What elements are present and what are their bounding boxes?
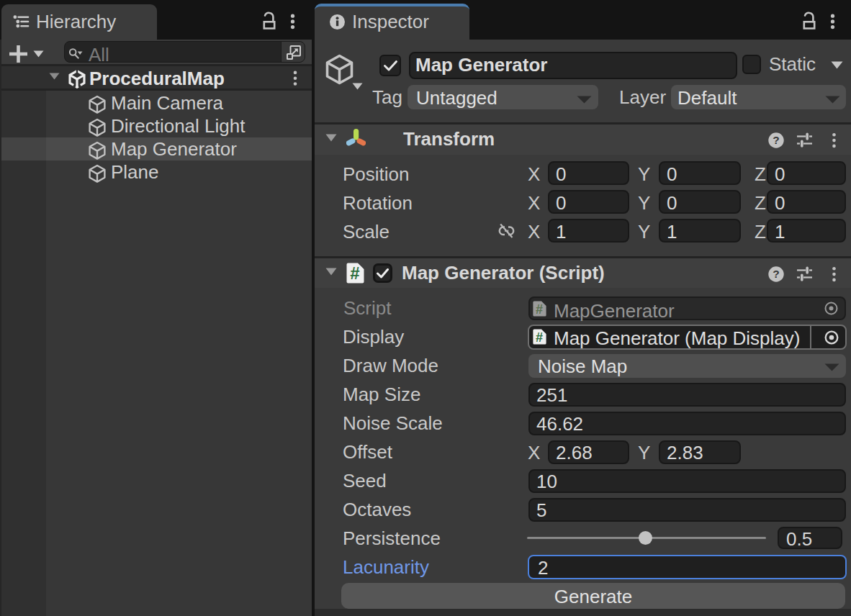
svg-text:?: ? (773, 268, 779, 280)
svg-text:?: ? (773, 134, 779, 146)
svg-text:#: # (350, 263, 359, 283)
svg-text:#: # (536, 330, 543, 345)
svg-text:#: # (536, 302, 543, 317)
